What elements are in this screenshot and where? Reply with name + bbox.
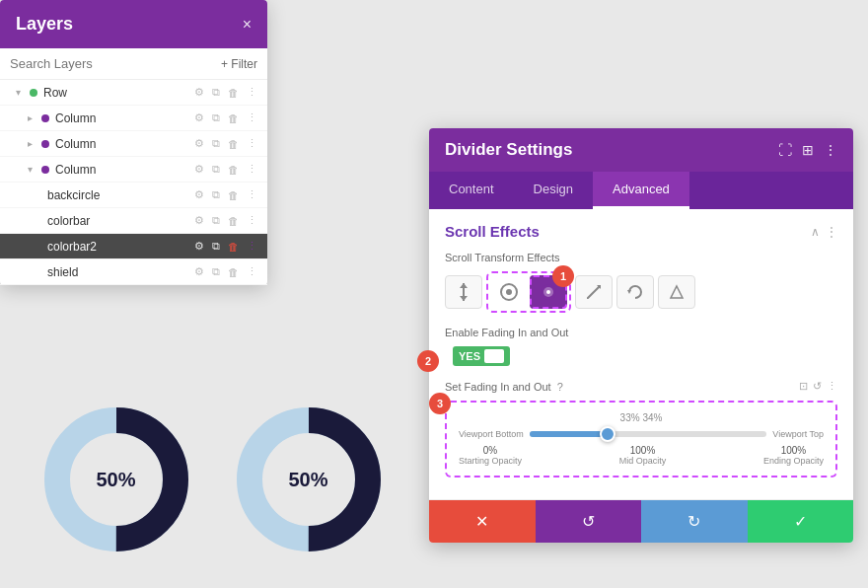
settings-icon[interactable]: ⚙ [192, 110, 206, 125]
layer-item-row[interactable]: ▾ Row ⚙ ⧉ 🗑 ⋮ [0, 80, 267, 106]
more-icon[interactable]: ⋮ [245, 136, 259, 151]
layer-actions: ⚙ ⧉ 🗑 ⋮ [192, 239, 259, 254]
section-title: Scroll Effects [445, 223, 540, 240]
copy-icon[interactable]: ⧉ [210, 264, 222, 279]
layer-item-colorbar[interactable]: colorbar ⚙ ⧉ 🗑 ⋮ [0, 208, 267, 234]
copy-icon[interactable]: ⧉ [210, 213, 222, 228]
reset-field-icon[interactable]: ↺ [813, 380, 822, 393]
settings-icon[interactable]: ⚙ [192, 264, 206, 279]
transform-btn-opacity[interactable] [658, 275, 695, 309]
device-icon[interactable]: ⊡ [799, 380, 808, 393]
copy-icon[interactable]: ⧉ [210, 136, 222, 151]
cancel-button[interactable]: ✕ [429, 500, 536, 543]
layer-item-column-2[interactable]: ▸ Column ⚙ ⧉ 🗑 ⋮ [0, 131, 267, 157]
more-field-icon[interactable]: ⋮ [827, 380, 837, 393]
collapse-icon[interactable]: ∧ [811, 225, 820, 239]
settings-icon[interactable]: ⚙ [192, 187, 206, 202]
chevron-icon: ▸ [28, 112, 41, 123]
tab-advanced[interactable]: Advanced [593, 172, 689, 209]
section-header-icons: ∧ ⋮ [811, 225, 837, 239]
layer-item-column-3[interactable]: ▾ Column ⚙ ⧉ 🗑 ⋮ [0, 157, 267, 183]
fading-action-icons: ⊡ ↺ ⋮ [799, 380, 837, 393]
delete-icon[interactable]: 🗑 [226, 265, 241, 279]
slider-percentages: 33% 34% [459, 412, 824, 423]
more-icon[interactable]: ⋮ [245, 110, 259, 125]
delete-icon[interactable]: 🗑 [226, 214, 241, 228]
settings-icon[interactable]: ⚙ [192, 136, 206, 151]
settings-header-icons: ⛶ ⊞ ⋮ [778, 142, 837, 158]
slider-track-row: Viewport Bottom Viewport Top [459, 429, 824, 439]
fading-slider[interactable] [530, 431, 766, 437]
mid-opacity-value: 100% [619, 445, 667, 456]
transform-btn-rotate[interactable] [616, 275, 654, 309]
settings-icon[interactable]: ⚙ [192, 85, 206, 100]
donut-chart-1: 50% [37, 401, 195, 558]
layer-actions: ⚙ ⧉ 🗑 ⋮ [192, 213, 259, 228]
slider-thumb[interactable] [600, 426, 615, 442]
copy-icon[interactable]: ⧉ [210, 85, 222, 100]
delete-icon[interactable]: 🗑 [226, 163, 241, 177]
settings-icon[interactable]: ⚙ [192, 213, 206, 228]
more-options-icon[interactable]: ⋮ [824, 142, 837, 158]
delete-icon[interactable]: 🗑 [226, 86, 241, 100]
fading-in-out-header: Set Fading In and Out ? ⊡ ↺ ⋮ [445, 380, 837, 393]
settings-icon[interactable]: ⚙ [192, 239, 206, 254]
layers-close-icon[interactable]: × [243, 16, 252, 34]
filter-button[interactable]: + Filter [221, 57, 257, 71]
slider-fill [530, 431, 608, 437]
more-icon[interactable]: ⋮ [245, 213, 259, 228]
copy-icon[interactable]: ⧉ [210, 239, 222, 254]
transform-btn-vertical[interactable] [445, 275, 482, 309]
help-icon[interactable]: ? [557, 381, 563, 393]
layers-search-input[interactable] [10, 56, 213, 71]
layer-item-colorbar2[interactable]: colorbar2 ⚙ ⧉ 🗑 ⋮ [0, 234, 267, 259]
transform-btn-skew[interactable] [575, 275, 613, 309]
ending-opacity-value: 100% [763, 445, 824, 456]
copy-icon[interactable]: ⧉ [210, 110, 222, 125]
copy-icon[interactable]: ⧉ [210, 187, 222, 202]
delete-icon[interactable]: 🗑 [226, 137, 241, 151]
mid-opacity-label: Mid Opacity [619, 456, 667, 466]
settings-icon[interactable]: ⚙ [192, 162, 206, 177]
layer-item-backcircle[interactable]: backcircle ⚙ ⧉ 🗑 ⋮ [0, 183, 267, 208]
layers-panel: Layers × + Filter ▾ Row ⚙ ⧉ 🗑 ⋮ ▸ Column… [0, 0, 267, 285]
settings-tabs: Content Design Advanced [429, 172, 853, 209]
reset-button[interactable]: ↺ [536, 500, 642, 543]
copy-icon[interactable]: ⧉ [210, 162, 222, 177]
chevron-icon: ▾ [28, 164, 41, 175]
layer-actions: ⚙ ⧉ 🗑 ⋮ [192, 187, 259, 202]
more-icon[interactable]: ⋮ [245, 187, 259, 202]
svg-point-11 [546, 290, 550, 294]
layers-title: Layers [16, 14, 73, 35]
section-header: Scroll Effects ∧ ⋮ [445, 223, 837, 240]
layers-header: Layers × [0, 0, 267, 48]
redo-button[interactable]: ↻ [641, 500, 748, 543]
ending-opacity-label: Ending Opacity [763, 456, 824, 466]
confirm-button[interactable]: ✓ [748, 500, 854, 543]
svg-line-12 [587, 285, 601, 299]
layer-item-column-1[interactable]: ▸ Column ⚙ ⧉ 🗑 ⋮ [0, 106, 267, 131]
toggle-circle [484, 349, 504, 363]
transform-btn-inactive[interactable] [490, 275, 528, 309]
starting-opacity-group: 0% Starting Opacity [459, 445, 522, 466]
layer-name: Row [43, 86, 192, 100]
fullscreen-icon[interactable]: ⛶ [778, 142, 792, 158]
more-icon[interactable]: ⋮ [245, 85, 259, 100]
more-icon[interactable]: ⋮ [245, 239, 259, 254]
delete-icon[interactable]: 🗑 [226, 188, 241, 202]
tab-content[interactable]: Content [429, 172, 514, 209]
layer-item-shield[interactable]: shield ⚙ ⧉ 🗑 ⋮ [0, 259, 267, 285]
scroll-transform-label: Scroll Transform Effects [445, 252, 837, 263]
split-icon[interactable]: ⊞ [802, 142, 814, 158]
delete-icon[interactable]: 🗑 [226, 240, 241, 254]
delete-icon[interactable]: 🗑 [226, 111, 241, 125]
layer-actions: ⚙ ⧉ 🗑 ⋮ [192, 85, 259, 100]
more-icon[interactable]: ⋮ [245, 264, 259, 279]
fading-toggle[interactable]: YES [453, 346, 510, 366]
fading-in-out-label: Set Fading In and Out [445, 381, 551, 393]
tab-design[interactable]: Design [514, 172, 593, 209]
section-more-icon[interactable]: ⋮ [826, 225, 837, 239]
step-badge-2: 2 [417, 350, 439, 372]
ending-opacity-group: 100% Ending Opacity [763, 445, 824, 466]
more-icon[interactable]: ⋮ [245, 162, 259, 177]
